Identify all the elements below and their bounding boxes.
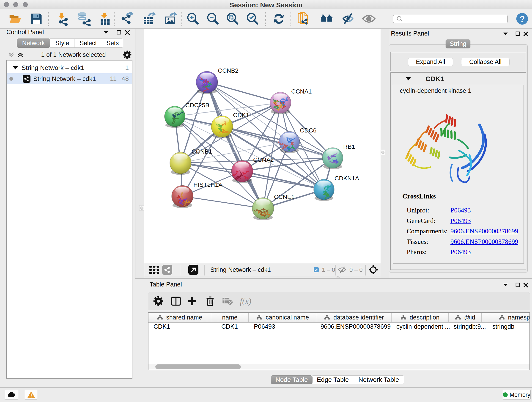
results-panel: Results Panel String Expand All Collapse…	[389, 29, 532, 278]
birdseye-grid-icon[interactable]	[149, 265, 160, 274]
network-share-icon[interactable]	[162, 265, 172, 275]
gene-section-header[interactable]: CDK1	[391, 73, 526, 85]
tab-network-table[interactable]: Network Table	[353, 375, 404, 384]
fit-selected-crosshair-icon[interactable]	[368, 265, 378, 274]
apply-layout-icon[interactable]	[272, 12, 286, 26]
table-cell[interactable]: stringdb	[482, 323, 530, 331]
table-cell[interactable]: P06493	[249, 323, 317, 331]
panel-menu-icon[interactable]	[103, 31, 109, 34]
zoom-selected-icon[interactable]	[245, 12, 259, 26]
network-canvas[interactable]: CCNB2CCNA1CDC25BCDK1CDC6RB1CCNB1CCNA2CDK…	[144, 29, 380, 263]
import-table-file-icon[interactable]	[98, 12, 112, 26]
tab-node-table[interactable]: Node Table	[271, 375, 312, 384]
network-row[interactable]: String Network – cdk1 11 48	[7, 73, 132, 84]
table-hscrollbar[interactable]	[148, 364, 530, 370]
column-header--id[interactable]: @id	[449, 313, 482, 322]
show-all-icon[interactable]	[361, 11, 376, 26]
cloud-button[interactable]	[5, 390, 18, 400]
zoom-out-icon[interactable]	[206, 12, 220, 26]
network-graph[interactable]: CCNB2CCNA1CDC25BCDK1CDC6RB1CCNB1CCNA2CDK…	[144, 29, 380, 263]
network-node-CDKN1A[interactable]: CDKN1A	[314, 175, 359, 201]
column-header-description[interactable]: description	[392, 313, 449, 322]
close-panel-icon[interactable]	[523, 283, 528, 288]
open-in-window-icon[interactable]	[188, 265, 198, 275]
network-edge[interactable]	[207, 82, 263, 208]
network-node-RB1[interactable]: RB1	[322, 143, 355, 169]
column-header-namespace[interactable]: namespace	[482, 313, 530, 322]
tab-sets[interactable]: Sets	[102, 38, 123, 48]
left-splitter[interactable]	[135, 29, 144, 278]
import-network-file-icon[interactable]	[56, 12, 70, 26]
export-image-icon[interactable]	[164, 12, 178, 26]
table-hscrollbar-thumb[interactable]	[155, 364, 241, 369]
panel-menu-icon[interactable]	[503, 32, 508, 36]
network-edge[interactable]	[242, 171, 324, 190]
add-column-icon[interactable]	[186, 296, 197, 307]
close-panel-icon[interactable]	[125, 30, 130, 35]
help-icon[interactable]: ?	[515, 12, 529, 26]
zoom-fit-icon[interactable]	[225, 12, 239, 26]
crosslink-value-link[interactable]: P06493	[450, 217, 471, 225]
table-row[interactable]: CDK1CDK1P064939606.ENSP00000378699cyclin…	[148, 323, 530, 331]
table-cell[interactable]: cyclin-dependent ...	[392, 323, 449, 331]
expand-all-button[interactable]: Expand All	[408, 58, 453, 66]
network-node-HIST1H1A[interactable]: HIST1H1A	[172, 181, 222, 208]
float-panel-icon[interactable]	[117, 30, 121, 35]
open-session-icon[interactable]	[8, 12, 22, 26]
crosslink-value-link[interactable]: 9606.ENSP00000378699	[450, 227, 518, 235]
table-cell[interactable]: CDK1	[211, 323, 249, 331]
expand-all-networks-icon[interactable]	[17, 52, 24, 58]
column-header-database-identifier[interactable]: database identifier	[317, 313, 392, 322]
table-options-gear-icon[interactable]	[153, 296, 163, 306]
left-splitter-handle[interactable]	[140, 206, 143, 210]
hide-selected-icon[interactable]	[341, 11, 355, 26]
panel-menu-icon[interactable]	[503, 283, 508, 287]
delete-table-icon[interactable]	[222, 297, 233, 306]
selected-checkbox-icon[interactable]	[314, 267, 319, 272]
table-cell[interactable]: stringdb:9...	[449, 323, 482, 331]
close-panel-icon[interactable]	[523, 32, 528, 36]
network-status-dot	[9, 77, 13, 81]
delete-column-icon[interactable]	[205, 296, 215, 306]
collapse-all-button[interactable]: Collapse All	[461, 58, 510, 66]
column-header-shared-name[interactable]: shared name	[148, 313, 211, 322]
show-column-panel-icon[interactable]	[171, 296, 181, 306]
section-expander-icon[interactable]	[405, 77, 411, 81]
warnings-button[interactable]	[25, 390, 37, 400]
collapse-all-networks-icon[interactable]	[8, 52, 15, 58]
float-panel-icon[interactable]	[515, 283, 520, 287]
network-collection-row[interactable]: String Network – cdk1 1	[7, 62, 132, 73]
network-node-CCNB1[interactable]: CCNB1	[170, 148, 212, 175]
search-input[interactable]	[405, 16, 507, 22]
zoom-in-icon[interactable]	[186, 12, 200, 26]
network-edge[interactable]	[182, 196, 263, 208]
float-panel-icon[interactable]	[515, 32, 520, 36]
export-table-icon[interactable]	[142, 12, 157, 26]
column-header-canonical-name[interactable]: canonical name	[249, 313, 317, 322]
string-home-icon[interactable]	[319, 11, 334, 26]
network-options-gear-icon[interactable]	[123, 51, 132, 59]
right-splitter[interactable]	[380, 29, 389, 278]
crosslink-value-link[interactable]: P06493	[450, 248, 471, 256]
column-header-name[interactable]: name	[211, 313, 249, 322]
right-splitter-handle[interactable]	[381, 151, 385, 154]
protein-structure-image	[401, 106, 491, 185]
tab-style[interactable]: Style	[50, 38, 75, 48]
network-node-CDC6[interactable]: CDC6	[278, 127, 317, 153]
tab-network[interactable]: Network	[17, 38, 50, 48]
string-import-icon[interactable]	[296, 12, 311, 26]
import-network-database-icon[interactable]	[76, 12, 91, 26]
table-cell[interactable]: 9606.ENSP00000378699	[317, 323, 392, 331]
crosslink-value-link[interactable]: 9606.ENSP00000378699	[450, 238, 518, 245]
tab-edge-table[interactable]: Edge Table	[312, 375, 353, 384]
crosslink-value-link[interactable]: P06493	[450, 206, 471, 214]
export-network-icon[interactable]	[120, 12, 134, 26]
function-builder-icon[interactable]: f(x)	[240, 296, 251, 306]
collection-expander-icon[interactable]	[12, 66, 18, 70]
memory-button[interactable]: Memory	[503, 390, 531, 400]
search-box[interactable]	[393, 15, 508, 23]
tab-select[interactable]: Select	[75, 38, 102, 48]
network-node-CCNA1[interactable]: CCNA1	[270, 88, 312, 114]
save-session-icon[interactable]	[30, 12, 43, 26]
table-cell[interactable]: CDK1	[148, 323, 211, 331]
